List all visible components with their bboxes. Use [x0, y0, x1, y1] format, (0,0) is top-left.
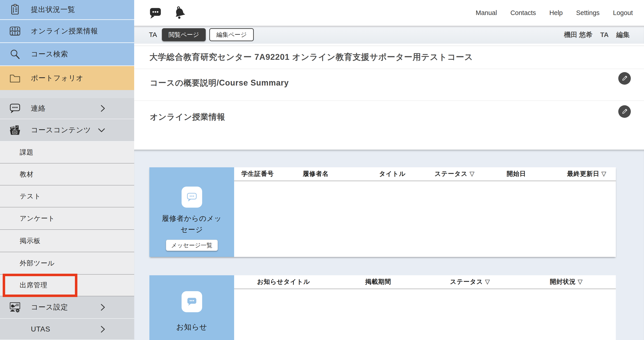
- sidebar-item-label: テスト: [20, 192, 41, 201]
- sidebar-item-label: UTAS: [31, 325, 50, 333]
- column-notice-title: お知らせタイトル: [234, 277, 333, 286]
- nav-link-settings[interactable]: Settings: [576, 9, 600, 17]
- edit-online-class-info-button[interactable]: [618, 105, 631, 118]
- course-title: 大学総合教育研究センター 7A92201 オンライン教育支援サポーター用テストコ…: [149, 52, 473, 63]
- student-messages-card: 履修者からのメッセージ メッセージ一覧: [149, 167, 234, 257]
- sidebar-item-bulletin-board[interactable]: 掲示板: [0, 230, 134, 252]
- sidebar-item-submission-list[interactable]: 提出状況一覧: [0, 0, 134, 20]
- student-messages-panel: 履修者からのメッセージ メッセージ一覧 学生証番号 履修者名 タイトル ステータ…: [149, 167, 616, 257]
- column-last-updated-sort[interactable]: 最終更新日 ▽: [558, 169, 616, 178]
- pencil-icon: [621, 75, 628, 82]
- chevron-right-icon: [100, 325, 106, 333]
- table-header-row: お知らせタイトル 掲載期間 ステータス ▽ 開封状況 ▽: [234, 275, 616, 289]
- section-heading-course-summary: コースの概要説明/Course Summary: [150, 78, 289, 88]
- sidebar-item-course-settings[interactable]: コース設定: [0, 296, 134, 319]
- edit-course-summary-button[interactable]: [618, 72, 631, 85]
- column-open-status-sort[interactable]: 開封状況 ▽: [517, 277, 616, 286]
- column-posting-period: 掲載期間: [333, 277, 423, 286]
- user-edit-link[interactable]: 編集: [616, 30, 630, 39]
- sub-header: TA 閲覧ページ 編集ページ 機田 悠希 TA 編集: [134, 26, 644, 44]
- sidebar-gap: [0, 90, 134, 98]
- column-student-id: 学生証番号: [234, 169, 281, 178]
- chevron-down-icon: [98, 127, 106, 133]
- user-role: TA: [600, 31, 609, 39]
- sidebar-item-label: 課題: [20, 148, 34, 157]
- column-start-date: 開始日: [475, 169, 558, 178]
- sidebar-item-online-class-info[interactable]: オンライン授業情報: [0, 20, 134, 43]
- column-status-sort[interactable]: ステータス ▽: [434, 169, 475, 178]
- message-list-button[interactable]: メッセージ一覧: [166, 240, 218, 251]
- chevron-right-icon: [100, 104, 106, 112]
- sidebar-item-label: 連絡: [31, 103, 46, 113]
- lms-course-page: { "topbar": { "links": ["Manual", "Conta…: [0, 0, 644, 340]
- sidebar-item-surveys[interactable]: アンケート: [0, 207, 134, 230]
- sidebar-item-assignments[interactable]: 課題: [0, 141, 134, 163]
- presenter-gear-icon: [8, 301, 22, 314]
- section-heading-online-class-info: オンライン授業情報: [150, 112, 225, 122]
- divider-line: [134, 101, 644, 101]
- sidebar-item-portfolio[interactable]: ポートフォリオ: [0, 66, 134, 90]
- panel-title: お知らせ: [166, 321, 217, 332]
- sidebar: 提出状況一覧 オンライン授業情報 コース検索: [0, 0, 134, 340]
- role-badge: TA: [149, 31, 157, 39]
- messages-icon[interactable]: [148, 5, 163, 21]
- column-student-name: 履修者名: [281, 169, 350, 178]
- sidebar-item-label: ポートフォリオ: [31, 73, 84, 83]
- notices-table: お知らせタイトル 掲載期間 ステータス ▽ 開封状況 ▽: [234, 275, 616, 340]
- sidebar-item-label: 提出状況一覧: [31, 5, 75, 15]
- table-body-empty: [234, 289, 616, 340]
- panel-title: 履修者からのメッセージ: [149, 213, 234, 235]
- page-mode-controls: TA 閲覧ページ 編集ページ: [149, 26, 254, 44]
- divider-line: [134, 46, 644, 46]
- column-title: タイトル: [350, 169, 434, 178]
- chat-bubble-icon: [8, 102, 22, 115]
- nav-link-help[interactable]: Help: [550, 9, 563, 17]
- sidebar-item-attendance[interactable]: 出席管理: [0, 275, 134, 296]
- sidebar-item-label: 外部ツール: [20, 259, 54, 268]
- table-header-row: 学生証番号 履修者名 タイトル ステータス ▽ 開始日 最終更新日 ▽: [234, 167, 616, 182]
- sidebar-item-materials[interactable]: 教材: [0, 163, 134, 186]
- sidebar-item-label: コース検索: [31, 49, 68, 59]
- notices-card: お知らせ: [149, 275, 234, 340]
- chevron-right-icon: [100, 303, 106, 311]
- sidebar-item-label: 教材: [20, 170, 34, 179]
- pencil-icon: [621, 108, 628, 115]
- sidebar-item-contact[interactable]: 連絡: [0, 98, 134, 119]
- sidebar-item-tests[interactable]: テスト: [0, 186, 134, 207]
- table-body-empty: [234, 182, 616, 257]
- clipboard-pencil-icon: [8, 3, 22, 16]
- search-icon: [8, 48, 22, 61]
- video-grid-icon: [8, 25, 22, 38]
- folder-icon: [8, 72, 22, 85]
- notifications-bell-icon[interactable]: [172, 5, 188, 21]
- contents-box-icon: [8, 124, 22, 137]
- nav-link-manual[interactable]: Manual: [476, 9, 497, 17]
- notices-panel: お知らせ お知らせタイトル 掲載期間 ステータス ▽ 開封状況 ▽: [149, 275, 616, 340]
- top-bar: Manual Contacts Help Settings Logout: [134, 0, 644, 26]
- sidebar-item-label: オンライン授業情報: [31, 26, 98, 36]
- student-messages-table: 学生証番号 履修者名 タイトル ステータス ▽ 開始日 最終更新日 ▽: [234, 167, 616, 257]
- sidebar-item-label: コースコンテンツ: [31, 125, 91, 135]
- topbar-icons: [148, 5, 188, 21]
- sidebar-item-label: コース設定: [31, 302, 68, 312]
- divider-line: [134, 69, 644, 69]
- notice-bubble-icon: [182, 291, 202, 312]
- edit-page-button[interactable]: 編集ページ: [209, 28, 254, 41]
- sidebar-item-label: 出席管理: [20, 281, 48, 290]
- nav-link-logout[interactable]: Logout: [613, 9, 633, 17]
- user-name: 機田 悠希: [564, 30, 592, 39]
- sidebar-item-external-tools[interactable]: 外部ツール: [0, 252, 134, 275]
- utas-icon-spacer: [8, 323, 22, 336]
- sidebar-item-label: アンケート: [20, 214, 55, 223]
- view-page-button[interactable]: 閲覧ページ: [162, 28, 206, 41]
- sidebar-item-course-search[interactable]: コース検索: [0, 43, 134, 66]
- topbar-nav: Manual Contacts Help Settings Logout: [476, 0, 633, 26]
- nav-link-contacts[interactable]: Contacts: [510, 9, 536, 17]
- message-bubble-icon: [182, 187, 202, 208]
- column-status-sort[interactable]: ステータス ▽: [423, 277, 517, 286]
- sidebar-item-label: 掲示板: [20, 236, 40, 245]
- user-info: 機田 悠希 TA 編集: [564, 26, 630, 44]
- sidebar-item-utas[interactable]: UTAS: [0, 319, 134, 340]
- sidebar-item-course-contents[interactable]: コースコンテンツ: [0, 119, 134, 141]
